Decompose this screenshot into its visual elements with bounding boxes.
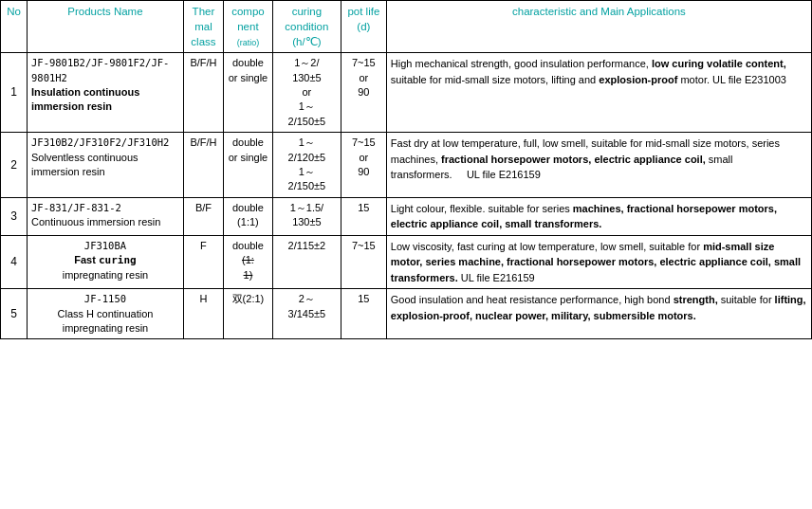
main-table: No Products Name Thermalclass component(…	[0, 0, 812, 339]
row-char-5: Good insulation and heat resistance perf…	[386, 289, 811, 339]
table-row: 2 JF310B2/JF310F2/JF310H2 Solventless co…	[1, 133, 812, 198]
row-component-5: 双(2:1)	[223, 289, 272, 339]
row-component-4: double(1:1)	[223, 235, 272, 289]
header-no: No	[1, 1, 28, 53]
row-char-3: Light colour, flexible. suitable for ser…	[386, 197, 811, 235]
row-curing-4: 2/115±2	[272, 235, 341, 289]
row-char-1: High mechanical strength, good insulatio…	[386, 53, 811, 133]
table-row: 3 JF-831/JF-831-2 Continuous immersion r…	[1, 197, 812, 235]
row-curing-5: 2～3/145±5	[272, 289, 341, 339]
row-potlife-2: 7~15or90	[341, 133, 386, 198]
row-name-4: JF310BA Fast curing impregnating resin	[27, 235, 183, 289]
row-name-5: JF-1150 Class H continuation impregnatin…	[27, 289, 183, 339]
row-no-1: 1	[1, 53, 28, 133]
row-potlife-4: 7~15	[341, 235, 386, 289]
row-thermal-5: H	[183, 289, 223, 339]
row-component-1: double or single	[223, 53, 272, 133]
row-potlife-3: 15	[341, 197, 386, 235]
row-potlife-1: 7~15or90	[341, 53, 386, 133]
row-char-4: Low viscosity, fast curing at low temper…	[386, 235, 811, 289]
row-component-2: double or single	[223, 133, 272, 198]
row-no-5: 5	[1, 289, 28, 339]
header-thermal: Thermalclass	[183, 1, 223, 53]
row-no-4: 4	[1, 235, 28, 289]
row-no-2: 2	[1, 133, 28, 198]
row-curing-3: 1～1.5/130±5	[272, 197, 341, 235]
table-row: 5 JF-1150 Class H continuation impregnat…	[1, 289, 812, 339]
row-curing-2: 1～2/120±51～2/150±5	[272, 133, 341, 198]
row-no-3: 3	[1, 197, 28, 235]
row-component-3: double (1:1)	[223, 197, 272, 235]
row-potlife-5: 15	[341, 289, 386, 339]
row-name-2: JF310B2/JF310F2/JF310H2 Solventless cont…	[27, 133, 183, 198]
table-row: 4 JF310BA Fast curing impregnating resin…	[1, 235, 812, 289]
row-char-2: Fast dry at low temperature, full, low s…	[386, 133, 811, 198]
header-characteristic: characteristic and Main Applications	[386, 1, 811, 53]
header-products-name: Products Name	[27, 1, 183, 53]
header-component: component(ratio)	[223, 1, 272, 53]
row-name-3: JF-831/JF-831-2 Continuous immersion res…	[27, 197, 183, 235]
row-name-1: JF-9801B2/JF-9801F2/JF-9801H2 Insulation…	[27, 53, 183, 133]
row-thermal-3: B/F	[183, 197, 223, 235]
row-thermal-2: B/F/H	[183, 133, 223, 198]
row-curing-1: 1～2/130±5or1～2/150±5	[272, 53, 341, 133]
table-row: 1 JF-9801B2/JF-9801F2/JF-9801H2 Insulati…	[1, 53, 812, 133]
row-thermal-1: B/F/H	[183, 53, 223, 133]
header-curing: curingcondition(h/℃)	[272, 1, 341, 53]
row-thermal-4: F	[183, 235, 223, 289]
header-potlife: pot life(d)	[341, 1, 386, 53]
